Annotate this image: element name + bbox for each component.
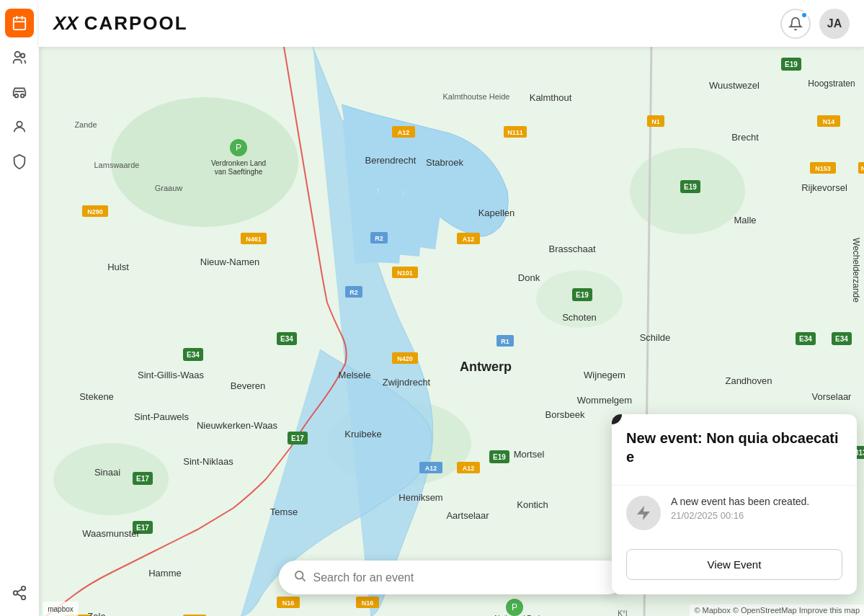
svg-point-4 [15, 52, 20, 57]
popup-title: New event: Non quia obcaecati e [626, 429, 842, 466]
svg-text:E19: E19 [576, 291, 589, 299]
logo-area: XX CARPOOL [53, 12, 188, 35]
svg-text:E19: E19 [785, 61, 798, 68]
search-bar [279, 561, 625, 594]
svg-text:Schoten: Schoten [562, 312, 597, 323]
svg-text:Kapellen: Kapellen [478, 207, 515, 218]
svg-text:Brasschaat: Brasschaat [548, 244, 595, 254]
svg-text:Beveren: Beveren [231, 380, 265, 391]
svg-text:Kontich: Kontich [517, 499, 548, 510]
svg-text:Kruibeke: Kruibeke [344, 429, 381, 439]
svg-text:N101: N101 [397, 269, 413, 277]
svg-text:N14: N14 [823, 118, 835, 125]
svg-text:Aartselaar: Aartselaar [446, 510, 489, 521]
svg-line-9 [17, 594, 22, 597]
svg-text:Sint-Gillis-Waas: Sint-Gillis-Waas [138, 370, 204, 380]
sidebar-item-shield[interactable] [5, 147, 34, 176]
user-avatar[interactable]: JA [819, 9, 850, 39]
sidebar [0, 0, 39, 616]
svg-text:E17: E17 [136, 475, 149, 483]
svg-point-8 [17, 122, 22, 127]
svg-text:Schilde: Schilde [640, 332, 671, 343]
svg-text:A12: A12 [425, 465, 437, 472]
svg-text:Mortsel: Mortsel [514, 449, 545, 460]
svg-text:Berendrecht: Berendrecht [365, 155, 417, 166]
svg-text:Hoogstraten: Hoogstraten [808, 79, 855, 89]
svg-text:Sint-Pauwels: Sint-Pauwels [134, 411, 189, 422]
sidebar-item-calendar[interactable] [5, 9, 34, 37]
popup-lightning-icon [626, 496, 661, 530]
svg-text:Donk: Donk [518, 272, 540, 283]
svg-text:N290: N290 [87, 208, 103, 215]
sidebar-item-car[interactable] [5, 78, 34, 107]
svg-text:Wuustwezel: Wuustwezel [709, 80, 760, 91]
logo-carpool-text: CARPOOL [84, 12, 188, 35]
svg-text:Nieuw-Namen: Nieuw-Namen [200, 256, 259, 267]
svg-text:E17: E17 [291, 434, 304, 442]
popup-content: A new event has been created. 21/02/2025… [671, 496, 809, 521]
svg-text:Sinaai: Sinaai [94, 467, 120, 478]
svg-text:R1: R1 [501, 338, 509, 345]
svg-marker-155 [637, 506, 650, 520]
popup-action: View Event [612, 540, 857, 594]
svg-text:Hamme: Hamme [148, 568, 182, 579]
popup-message: A new event has been created. [671, 496, 809, 507]
svg-line-10 [17, 589, 22, 592]
svg-text:E34: E34 [280, 335, 293, 343]
map-attribution: © Mapbox © OpenStreetMap Improve this ma… [690, 604, 864, 616]
svg-text:Zele: Zele [87, 611, 105, 616]
svg-text:K°|: K°| [618, 610, 627, 616]
svg-text:Zwijndrecht: Zwijndrecht [383, 377, 431, 388]
svg-text:P: P [236, 143, 241, 153]
svg-text:Lamswaarde: Lamswaarde [94, 161, 140, 169]
svg-text:N12: N12 [861, 165, 864, 172]
svg-text:Verdronken Land: Verdronken Land [211, 159, 266, 167]
svg-text:Vorselaar: Vorselaar [812, 391, 852, 402]
svg-text:A12: A12 [398, 129, 410, 136]
svg-text:Malle: Malle [734, 215, 756, 226]
popup-header: New event: Non quia obcaecati e [612, 414, 857, 486]
svg-text:Graauw: Graauw [155, 184, 183, 192]
notification-popup: ✕ New event: Non quia obcaecati e A new … [612, 414, 857, 594]
svg-text:E19: E19 [684, 183, 697, 191]
svg-point-5 [21, 54, 25, 58]
svg-text:E19: E19 [493, 453, 506, 461]
svg-text:Sint-Niklaas: Sint-Niklaas [183, 456, 233, 467]
svg-text:Wechelderzande: Wechelderzande [851, 238, 861, 303]
svg-text:Antwerp: Antwerp [460, 360, 512, 374]
search-icon [293, 569, 306, 586]
svg-text:Zandhoven: Zandhoven [725, 375, 772, 386]
svg-text:Kalmthout: Kalmthout [530, 92, 572, 103]
topbar: XX CARPOOL JA [39, 0, 864, 47]
svg-text:Hemiksem: Hemiksem [398, 492, 442, 503]
svg-text:N420: N420 [397, 355, 413, 362]
svg-text:Kalmthoutse Heide: Kalmthoutse Heide [443, 92, 510, 101]
svg-text:Waasmunster: Waasmunster [82, 528, 140, 539]
svg-point-153 [295, 571, 303, 579]
svg-text:Wommelgem: Wommelgem [577, 395, 632, 406]
svg-text:Stekene: Stekene [79, 391, 114, 402]
notification-button[interactable] [780, 9, 811, 39]
map-container[interactable]: E19 E19 E19 E19 E34 E34 E34 E34 E17 E17 … [39, 47, 864, 616]
svg-text:Temse: Temse [270, 506, 298, 517]
logo-xx-text: XX [53, 12, 79, 35]
svg-text:N111: N111 [507, 129, 523, 136]
svg-text:N1: N1 [651, 118, 660, 125]
svg-text:Melsele: Melsele [339, 370, 371, 380]
svg-text:Hulst: Hulst [107, 262, 129, 272]
user-area: JA [780, 9, 850, 39]
svg-text:Rijkevorsel: Rijkevorsel [801, 182, 847, 193]
sidebar-item-share[interactable] [5, 579, 34, 607]
svg-text:Nieuwkerken-Waas: Nieuwkerken-Waas [197, 420, 278, 431]
sidebar-item-group[interactable] [5, 43, 34, 72]
svg-text:N16: N16 [282, 599, 295, 607]
svg-text:Borsbeek: Borsbeek [545, 409, 585, 420]
svg-text:A12: A12 [463, 465, 475, 472]
svg-point-6 [15, 94, 19, 98]
sidebar-item-profile[interactable] [5, 112, 34, 141]
view-event-button[interactable]: View Event [626, 549, 842, 580]
svg-text:R2: R2 [375, 235, 383, 242]
search-input[interactable] [313, 571, 610, 584]
svg-point-7 [21, 94, 25, 98]
svg-text:P: P [512, 602, 517, 612]
